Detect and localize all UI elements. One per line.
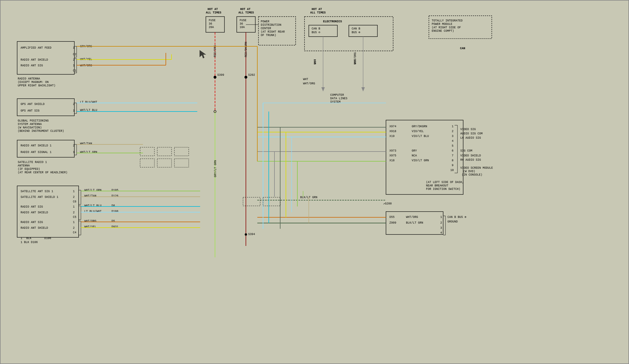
svg-text:RED/ORG: RED/ORG	[214, 45, 217, 57]
svg-text:ANTENNA: ANTENNA	[18, 164, 30, 167]
svg-text:C5: C5	[73, 216, 76, 219]
svg-text:FUSE: FUSE	[209, 19, 216, 22]
svg-text:1: 1	[73, 46, 75, 49]
svg-text:1: 1	[440, 216, 442, 219]
svg-text:(IF EQUIPPED): (IF EQUIPPED)	[18, 168, 40, 171]
svg-text:BLK/LT GRN: BLK/LT GRN	[406, 221, 423, 224]
svg-text:RADIO ANTENNA: RADIO ANTENNA	[18, 77, 40, 80]
svg-text:WHT/ORG: WHT/ORG	[84, 220, 96, 223]
svg-text:BUS ⊖: BUS ⊖	[312, 31, 320, 34]
svg-text:RADIO ANT SIG: RADIO ANT SIG	[21, 64, 43, 67]
svg-text:ELECTRONICS: ELECTRONICS	[323, 20, 342, 23]
svg-text:LT BLU/WHT: LT BLU/WHT	[84, 210, 101, 213]
svg-text:RADIO ANT SIG: RADIO ANT SIG	[21, 205, 43, 208]
svg-text:GLOBAL POSITIONING: GLOBAL POSITIONING	[18, 119, 49, 122]
svg-text:2: 2	[440, 221, 442, 224]
svg-text:VIDEO SIG: VIDEO SIG	[460, 128, 476, 131]
svg-text:GPS ANT SHIELD: GPS ANT SHIELD	[21, 103, 45, 106]
svg-text:WHT/YEL: WHT/YEL	[84, 225, 96, 228]
svg-text:X19: X19	[389, 135, 395, 138]
svg-text:1: 1	[452, 125, 453, 128]
svg-text:S399: S399	[217, 73, 224, 77]
svg-text:BLK: BLK	[26, 237, 31, 240]
svg-text:1: 1	[73, 190, 75, 193]
wiring-diagram: AMPLIFIED ANT FEED 1 C2 RADIO ANT SHIELD…	[0, 0, 629, 364]
svg-text:POWER: POWER	[261, 20, 269, 23]
svg-text:UPPER RIGHT BACKLIGHT): UPPER RIGHT BACKLIGHT)	[18, 84, 55, 87]
svg-text:X918: X918	[389, 130, 396, 133]
svg-text:C1: C1	[73, 69, 76, 72]
svg-text:C6: C6	[73, 200, 76, 203]
svg-text:VIDEO SHIELD: VIDEO SHIELD	[460, 154, 481, 157]
svg-text:2: 2	[73, 196, 75, 199]
svg-text:D931: D931	[112, 225, 118, 228]
svg-text:GRY/LT GRN: GRY/LT GRN	[214, 160, 217, 177]
svg-text:HOT AT: HOT AT	[312, 8, 322, 11]
svg-text:RADIO ANT SHIELD: RADIO ANT SHIELD	[21, 211, 48, 214]
svg-text:(AT RIGHT REAR: (AT RIGHT REAR	[261, 30, 285, 33]
svg-text:X974: X974	[389, 125, 396, 128]
svg-text:RADIO ANT SHIELD: RADIO ANT SHIELD	[21, 226, 48, 230]
svg-text:4: 4	[440, 231, 442, 234]
svg-text:10A: 10A	[240, 26, 245, 29]
svg-text:TOTALLY INTEGRATED: TOTALLY INTEGRATED	[432, 19, 463, 22]
svg-text:HOT AT: HOT AT	[208, 8, 218, 11]
svg-text:ALL TIMES: ALL TIMES	[310, 11, 326, 14]
svg-text:(AT LEFT SIDE OF DASH,: (AT LEFT SIDE OF DASH,	[426, 181, 464, 184]
svg-text:X975: X975	[389, 154, 396, 157]
svg-text:VIO/YEL: VIO/YEL	[412, 130, 424, 133]
svg-text:5: 5	[452, 144, 453, 148]
svg-text:RADIO ANT SIGNAL 1: RADIO ANT SIGNAL 1	[21, 151, 51, 154]
svg-text:WHT/ORG: WHT/ORG	[303, 82, 315, 85]
svg-text:AMPLIFIED ANT FEED: AMPLIFIED ANT FEED	[21, 46, 51, 49]
svg-text:WHT/LT BLU: WHT/LT BLU	[84, 204, 101, 207]
svg-text:DATA LINES: DATA LINES	[330, 97, 347, 100]
svg-text:3: 3	[452, 135, 453, 138]
svg-text:GRY/DKGRN: GRY/DKGRN	[412, 125, 427, 128]
svg-text:WHT/ORG: WHT/ORG	[354, 52, 357, 64]
svg-text:(EXCEPT MAGNUM: ON: (EXCEPT MAGNUM: ON	[18, 81, 49, 84]
svg-text:ALL TIMES: ALL TIMES	[206, 11, 221, 14]
svg-text:CAN B: CAN B	[312, 27, 320, 30]
svg-text:WHT: WHT	[314, 59, 317, 64]
svg-text:VIO/LT BLU: VIO/LT BLU	[412, 135, 429, 138]
svg-text:1: 1	[73, 221, 75, 224]
svg-text:D55: D55	[389, 216, 395, 219]
svg-text:SYSTEM ANTENNA: SYSTEM ANTENNA	[18, 123, 42, 126]
svg-text:SIG COM: SIG COM	[460, 149, 472, 152]
svg-text:RED/DKGRN: RED/DKGRN	[244, 42, 248, 57]
svg-text:1: 1	[73, 151, 75, 154]
svg-text:36: 36	[209, 22, 212, 25]
svg-text:1  BLK    D106: 1 BLK D106	[21, 241, 38, 244]
svg-text:D106: D106	[44, 237, 51, 240]
svg-text:2: 2	[452, 130, 453, 133]
svg-text:D5: D5	[112, 220, 115, 223]
svg-point-224	[245, 233, 247, 236]
svg-text:10: 10	[450, 169, 454, 172]
svg-text:4: 4	[452, 140, 453, 143]
svg-rect-0	[0, 0, 629, 364]
svg-text:GRY: GRY	[412, 149, 417, 152]
svg-text:CAN B: CAN B	[352, 27, 360, 30]
svg-text:VIO/LT GRN: VIO/LT GRN	[412, 159, 429, 162]
svg-text:(W NAVIGATION): (W NAVIGATION)	[18, 126, 42, 129]
svg-text:D8: D8	[112, 204, 115, 207]
svg-text:3: 3	[440, 226, 442, 230]
svg-text:OF TRUNK): OF TRUNK)	[261, 34, 276, 37]
svg-text:Z909: Z909	[389, 221, 396, 224]
svg-text:X973: X973	[389, 149, 396, 152]
svg-text:2: 2	[73, 58, 75, 61]
svg-point-125	[214, 76, 216, 79]
svg-text:FOR IGNITION SWITCH): FOR IGNITION SWITCH)	[426, 188, 460, 191]
svg-text:2: 2	[73, 144, 75, 147]
svg-text:(W DVD): (W DVD)	[463, 170, 475, 173]
svg-text:X18: X18	[389, 159, 395, 162]
svg-text:6: 6	[452, 149, 453, 152]
svg-text:D108: D108	[112, 210, 118, 213]
svg-text:CENTER: CENTER	[261, 27, 271, 30]
svg-text:8: 8	[452, 159, 453, 162]
svg-text:2: 2	[73, 103, 75, 106]
svg-text:ENGINE COMPT): ENGINE COMPT)	[432, 29, 454, 33]
svg-text:RADIO ANT SHIELD: RADIO ANT SHIELD	[21, 58, 48, 61]
svg-text:2: 2	[73, 226, 75, 230]
